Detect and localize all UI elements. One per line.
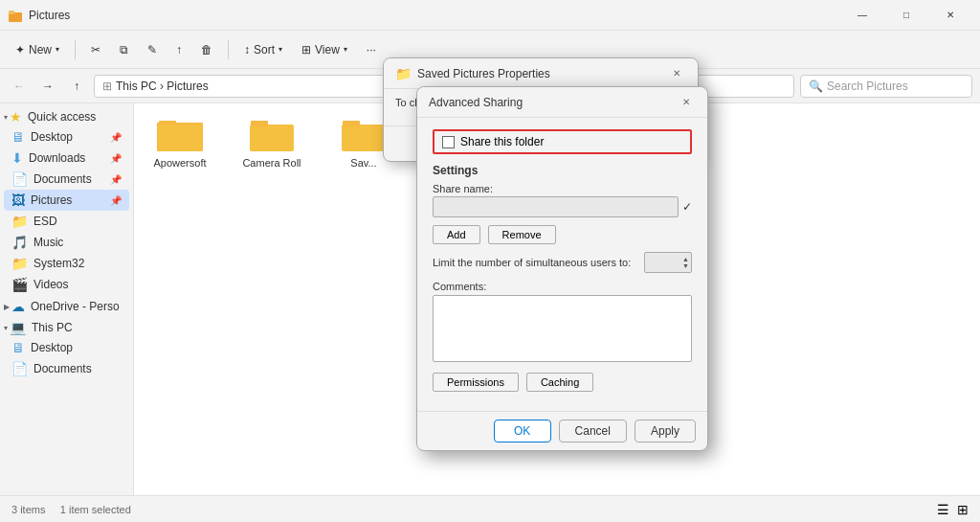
pin-icon-2: 📌 bbox=[110, 153, 122, 164]
status-bar: 3 items 1 item selected ☰ ⊞ bbox=[0, 495, 980, 522]
copy-button[interactable]: ⧉ bbox=[112, 39, 136, 60]
share-button[interactable]: ↑ bbox=[168, 39, 189, 60]
advanced-sharing-close-button[interactable]: ✕ bbox=[677, 93, 696, 112]
sidebar-item-pictures[interactable]: 🖼 Pictures 📌 bbox=[4, 190, 129, 211]
sidebar-item-documents[interactable]: 📄 Documents 📌 bbox=[4, 169, 129, 190]
add-button[interactable]: Add bbox=[433, 225, 480, 244]
advanced-sharing-dialog[interactable]: Advanced Sharing ✕ Share this folder Set… bbox=[416, 86, 708, 451]
checkmark-icon: ✓ bbox=[682, 200, 692, 214]
pictures-icon: 🖼 bbox=[11, 193, 25, 208]
comments-textarea[interactable] bbox=[433, 295, 692, 362]
svg-rect-7 bbox=[251, 121, 268, 126]
minimize-button[interactable]: — bbox=[840, 0, 884, 31]
sidebar-item-pc-desktop[interactable]: 🖥 Desktop bbox=[4, 337, 129, 358]
folder-cameraroll[interactable]: Camera Roll bbox=[234, 111, 310, 172]
search-box[interactable]: 🔍 Search Pictures bbox=[800, 75, 972, 98]
sort-icon: ↕ bbox=[244, 43, 250, 57]
spinner-up[interactable]: ▲ bbox=[682, 256, 689, 262]
pin-icon-3: 📌 bbox=[110, 174, 122, 185]
share-checkbox[interactable] bbox=[442, 136, 455, 148]
sidebar: ▾ ★ Quick access 🖥 Desktop 📌 ⬇ Downloads… bbox=[0, 103, 134, 495]
add-remove-row: Add Remove bbox=[433, 225, 692, 244]
onedrive-header[interactable]: ▶ ☁ OneDrive - Perso bbox=[0, 297, 133, 316]
onedrive-icon: ☁ bbox=[11, 299, 25, 314]
share-icon: ↑ bbox=[176, 43, 182, 57]
properties-title-bar: 📁 Saved Pictures Properties ✕ bbox=[384, 58, 698, 89]
settings-label: Settings bbox=[433, 164, 692, 177]
close-button[interactable]: ✕ bbox=[928, 0, 972, 31]
thispc-chevron: ▾ bbox=[4, 324, 8, 332]
thispc-label: This PC bbox=[32, 321, 73, 334]
spinner-down[interactable]: ▼ bbox=[682, 262, 689, 269]
folder-apowersoft-icon bbox=[157, 115, 203, 153]
svg-rect-6 bbox=[250, 125, 294, 151]
status-separator bbox=[49, 504, 57, 515]
sidebar-item-desktop[interactable]: 🖥 Desktop 📌 bbox=[4, 126, 129, 148]
sidebar-item-videos[interactable]: 🎬 Videos bbox=[4, 274, 129, 295]
more-button[interactable]: ··· bbox=[359, 39, 384, 60]
quick-access-chevron: ▾ bbox=[4, 113, 8, 122]
delete-button[interactable]: 🗑 bbox=[193, 39, 220, 60]
list-view-button[interactable]: ☰ bbox=[937, 502, 949, 517]
search-placeholder: Search Pictures bbox=[827, 79, 908, 93]
share-name-label: Share name: bbox=[433, 183, 692, 194]
back-button[interactable]: ← bbox=[8, 75, 31, 98]
onedrive-label: OneDrive - Perso bbox=[31, 300, 120, 313]
properties-title: Saved Pictures Properties bbox=[417, 67, 667, 80]
caching-button[interactable]: Caching bbox=[526, 373, 593, 392]
remove-button[interactable]: Remove bbox=[488, 225, 556, 244]
docs-icon: 📄 bbox=[11, 171, 28, 187]
new-chevron-icon: ▾ bbox=[56, 45, 59, 54]
downloads-label: Downloads bbox=[29, 151, 85, 165]
sidebar-item-esd[interactable]: 📁 ESD bbox=[4, 211, 129, 232]
permissions-button[interactable]: Permissions bbox=[433, 373, 519, 392]
advanced-cancel-button[interactable]: Cancel bbox=[559, 420, 627, 443]
share-name-input-row: ✓ bbox=[433, 196, 692, 217]
quick-access-header[interactable]: ▾ ★ Quick access bbox=[0, 107, 133, 126]
svg-rect-8 bbox=[342, 125, 386, 151]
rename-button[interactable]: ✎ bbox=[140, 39, 165, 60]
toolbar-divider-2 bbox=[228, 40, 229, 59]
new-button[interactable]: ✦ New ▾ bbox=[8, 39, 67, 60]
advanced-ok-button[interactable]: OK bbox=[494, 420, 551, 443]
onedrive-section: ▶ ☁ OneDrive - Perso bbox=[0, 297, 133, 316]
pc-documents-label: Documents bbox=[33, 362, 92, 375]
rename-icon: ✎ bbox=[147, 43, 157, 57]
window-controls: — □ ✕ bbox=[840, 0, 972, 31]
sidebar-item-system32[interactable]: 📁 System32 bbox=[4, 253, 129, 274]
up-button[interactable]: ↑ bbox=[65, 75, 88, 98]
sidebar-item-downloads[interactable]: ⬇ Downloads 📌 bbox=[4, 148, 129, 169]
properties-close-button[interactable]: ✕ bbox=[667, 64, 686, 83]
grid-view-button[interactable]: ⊞ bbox=[957, 502, 969, 517]
forward-button[interactable]: → bbox=[36, 75, 59, 98]
folder-apowersoft[interactable]: Apowersoft bbox=[142, 111, 218, 172]
advanced-apply-button[interactable]: Apply bbox=[635, 420, 696, 443]
limit-spinner[interactable]: ▲ ▼ bbox=[644, 252, 692, 273]
maximize-button[interactable]: □ bbox=[884, 0, 928, 31]
thispc-section: ▾ 💻 This PC 🖥 Desktop 📄 Documents bbox=[0, 318, 133, 379]
sort-button[interactable]: ↕ Sort ▾ bbox=[236, 39, 290, 60]
cut-button[interactable]: ✂ bbox=[83, 39, 108, 60]
folder-saved-label: Sav... bbox=[350, 157, 376, 169]
view-button[interactable]: ⊞ View ▾ bbox=[294, 39, 355, 60]
star-icon: ★ bbox=[10, 109, 22, 125]
system32-icon: 📁 bbox=[11, 256, 28, 271]
spinner-arrows: ▲ ▼ bbox=[682, 256, 689, 269]
advanced-sharing-body: Share this folder Settings Share name: ✓… bbox=[417, 118, 707, 411]
share-name-input[interactable] bbox=[433, 196, 679, 217]
svg-rect-9 bbox=[343, 121, 360, 126]
music-icon: 🎵 bbox=[11, 235, 28, 250]
sidebar-item-music[interactable]: 🎵 Music bbox=[4, 232, 129, 253]
sidebar-item-pc-documents[interactable]: 📄 Documents bbox=[4, 358, 129, 379]
esd-icon: 📁 bbox=[11, 214, 28, 229]
thispc-icon: 💻 bbox=[10, 320, 26, 335]
toolbar-divider-1 bbox=[75, 40, 76, 59]
settings-section: Settings Share name: ✓ Add Remove Limit … bbox=[433, 164, 692, 392]
pc-desktop-icon: 🖥 bbox=[11, 340, 25, 355]
delete-icon: 🗑 bbox=[201, 43, 212, 57]
thispc-header[interactable]: ▾ 💻 This PC bbox=[0, 318, 133, 337]
system32-label: System32 bbox=[33, 257, 84, 270]
advanced-sharing-title: Advanced Sharing bbox=[429, 96, 677, 109]
sort-chevron-icon: ▾ bbox=[278, 45, 282, 54]
folder-cameraroll-label: Camera Roll bbox=[242, 157, 301, 169]
